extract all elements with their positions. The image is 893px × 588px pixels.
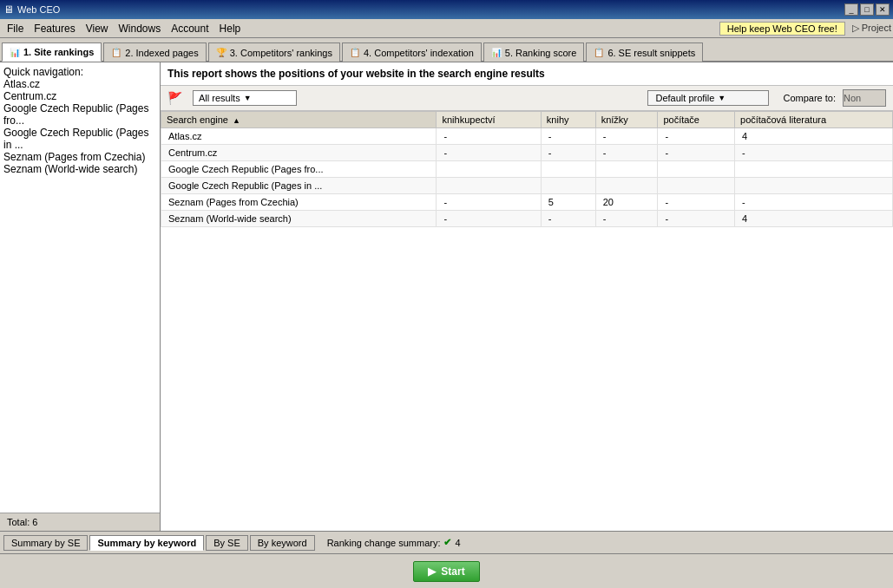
- table-row[interactable]: Google Czech Republic (Pages in ...: [161, 178, 893, 194]
- table-row[interactable]: Seznam (Pages from Czechia)-520--: [161, 194, 893, 211]
- menu-features[interactable]: Features: [29, 21, 80, 36]
- keyword-cell: [541, 161, 595, 178]
- bottom-tab-summary-by-keyword[interactable]: Summary by keyword: [89, 535, 204, 551]
- content-header: This report shows the positions of your …: [161, 62, 893, 86]
- table-row[interactable]: Atlas.cz----4: [161, 128, 893, 145]
- menu-account[interactable]: Account: [166, 21, 213, 36]
- keyword-cell: 4: [735, 128, 893, 145]
- keyword-cell: [437, 161, 541, 178]
- keyword-cell: 20: [595, 194, 658, 211]
- tab-se-result-snippets[interactable]: 📋 6. SE result snippets: [586, 42, 703, 62]
- col-pocitacova-literatura[interactable]: počítačová literatura: [735, 112, 893, 128]
- col-knihkupectvi[interactable]: knihkupectví: [437, 112, 541, 128]
- profile-arrow: ▼: [718, 94, 726, 102]
- bottom-tab-by-se[interactable]: By SE: [206, 535, 248, 551]
- tab2-icon: 📋: [111, 48, 121, 57]
- window-controls[interactable]: _ □ ✕: [844, 3, 890, 16]
- keyword-cell: [735, 161, 893, 178]
- engine-cell: Google Czech Republic (Pages fro...: [161, 161, 437, 178]
- keyword-cell: -: [658, 211, 735, 227]
- ranking-summary: Ranking change summary: ✔ 4: [327, 537, 461, 548]
- results-table: Search engine ▲ knihkupectví knihy knížk…: [161, 111, 893, 531]
- app-title: Web CEO: [17, 4, 844, 15]
- start-icon: ▶: [428, 565, 436, 578]
- menu-windows[interactable]: Windows: [114, 21, 167, 36]
- dropdown-arrow: ▼: [244, 94, 252, 102]
- keyword-cell: -: [541, 145, 595, 161]
- bottom-tab-by-keyword[interactable]: By keyword: [250, 535, 315, 551]
- main-area: Quick navigation: Atlas.cz Centrum.cz Go…: [0, 62, 893, 531]
- engine-cell: Atlas.cz: [161, 128, 437, 145]
- promo-button[interactable]: Help keep Web CEO free!: [719, 22, 845, 36]
- title-bar: 🖥 Web CEO _ □ ✕: [0, 0, 893, 19]
- sidebar-footer: Total: 6: [0, 513, 160, 531]
- start-button[interactable]: ▶ Start: [413, 561, 479, 582]
- menu-view[interactable]: View: [81, 21, 114, 36]
- default-profile-button[interactable]: Default profile ▼: [647, 90, 769, 106]
- keyword-cell: -: [437, 194, 541, 211]
- sidebar-item-google-pages-in[interactable]: Google Czech Republic (Pages in ...: [3, 127, 156, 151]
- bottom-tab-summary-by-se[interactable]: Summary by SE: [3, 535, 88, 551]
- table-row[interactable]: Google Czech Republic (Pages fro...: [161, 161, 893, 178]
- sidebar-item-seznam-czechia[interactable]: Seznam (Pages from Czechia): [3, 151, 156, 163]
- compare-input[interactable]: [843, 89, 886, 107]
- content-panel: This report shows the positions of your …: [161, 62, 893, 531]
- menu-help[interactable]: Help: [214, 21, 246, 36]
- col-knihy[interactable]: knihy: [541, 112, 595, 128]
- maximize-button[interactable]: □: [860, 3, 874, 16]
- engine-cell: Google Czech Republic (Pages in ...: [161, 178, 437, 194]
- tab4-icon: 📋: [350, 48, 360, 57]
- bottom-tabs: Summary by SE Summary by keyword By SE B…: [0, 531, 893, 553]
- tab-competitors-rankings[interactable]: 🏆 3. Competitors' rankings: [208, 42, 340, 62]
- sidebar-item-google-pages-from[interactable]: Google Czech Republic (Pages fro...: [3, 102, 156, 127]
- close-button[interactable]: ✕: [876, 3, 890, 16]
- compare-label: Compare to:: [783, 93, 836, 103]
- sidebar: Quick navigation: Atlas.cz Centrum.cz Go…: [0, 62, 161, 531]
- keyword-cell: -: [595, 128, 658, 145]
- total-count: 6: [32, 517, 37, 527]
- keyword-cell: [437, 178, 541, 194]
- start-label: Start: [441, 565, 464, 578]
- tab-ranking-score[interactable]: 📊 5. Ranking score: [483, 42, 585, 62]
- col-knizky[interactable]: knížky: [595, 112, 658, 128]
- tab3-icon: 🏆: [216, 48, 227, 57]
- keyword-cell: -: [735, 194, 893, 211]
- engine-cell: Seznam (World-wide search): [161, 211, 437, 227]
- engine-cell: Centrum.cz: [161, 145, 437, 161]
- project-label: ▷ Project: [852, 23, 891, 34]
- profile-label: Default profile: [655, 93, 714, 103]
- keyword-cell: -: [437, 145, 541, 161]
- table-row[interactable]: Centrum.cz-----: [161, 145, 893, 161]
- table-row[interactable]: Seznam (World-wide search)----4: [161, 211, 893, 227]
- status-bar: ▶ Start: [0, 553, 893, 588]
- tab-indexed-pages[interactable]: 📋 2. Indexed pages: [103, 42, 206, 62]
- keyword-cell: -: [735, 145, 893, 161]
- sidebar-item-atlas[interactable]: Atlas.cz: [3, 78, 156, 90]
- minimize-button[interactable]: _: [844, 3, 858, 16]
- keyword-cell: [658, 178, 735, 194]
- keyword-cell: -: [541, 211, 595, 227]
- keyword-cell: [658, 161, 735, 178]
- all-results-label: All results: [199, 93, 240, 103]
- tab-site-rankings[interactable]: 📊 1. Site rankings: [2, 42, 102, 62]
- col-pocitace[interactable]: počítače: [658, 112, 735, 128]
- tab5-icon: 📊: [491, 48, 502, 57]
- keyword-cell: -: [541, 128, 595, 145]
- flag-icon: 🚩: [167, 91, 182, 105]
- keyword-cell: -: [437, 128, 541, 145]
- keyword-cell: [541, 178, 595, 194]
- app-icon: 🖥: [3, 3, 14, 16]
- keyword-cell: [735, 178, 893, 194]
- ranking-count: 4: [455, 538, 460, 548]
- col-search-engine[interactable]: Search engine ▲: [161, 112, 437, 128]
- ranking-summary-label: Ranking change summary:: [327, 538, 441, 548]
- keyword-cell: [595, 178, 658, 194]
- menu-file[interactable]: File: [2, 21, 29, 36]
- tab-competitors-indexation[interactable]: 📋 4. Competitors' indexation: [342, 42, 482, 62]
- sidebar-item-seznam-worldwide[interactable]: Seznam (World-wide search): [3, 163, 156, 175]
- total-label: Total:: [7, 517, 30, 527]
- all-results-dropdown[interactable]: All results ▼: [193, 90, 297, 106]
- sidebar-item-centrum[interactable]: Centrum.cz: [3, 90, 156, 102]
- sort-arrow-engine: ▲: [233, 116, 240, 125]
- sidebar-title: Quick navigation:: [3, 66, 156, 78]
